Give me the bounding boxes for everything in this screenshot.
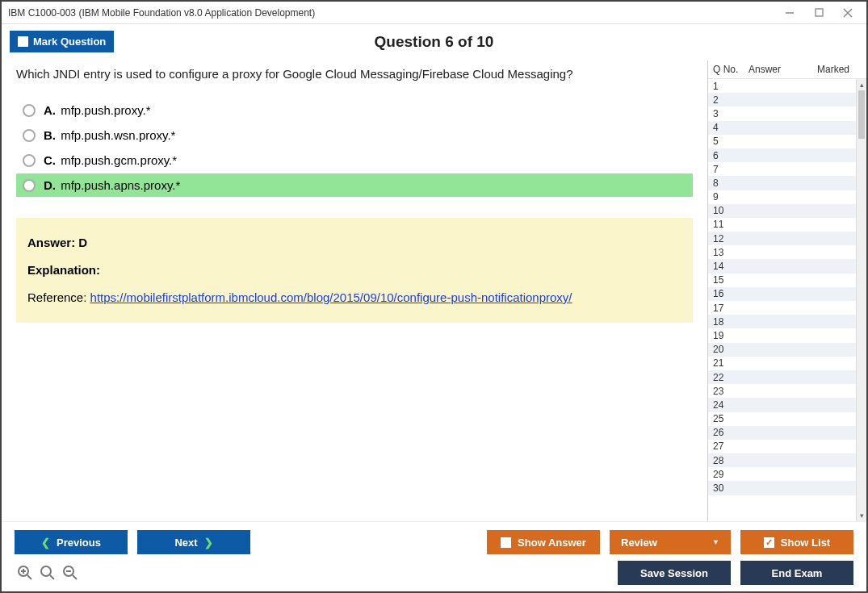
list-item[interactable]: 29 xyxy=(708,467,856,481)
option-text: D. mfp.push.apns.proxy.* xyxy=(44,178,180,192)
list-item[interactable]: 13 xyxy=(708,245,856,259)
col-qno: Q No. xyxy=(713,64,748,75)
button-row-1: ❮ Previous Next ❯ Show Answer Review ▼ ✓… xyxy=(15,530,853,554)
option-text: A. mfp.push.proxy.* xyxy=(44,103,151,117)
option-text: C. mfp.push.gcm.proxy.* xyxy=(44,153,177,167)
mark-question-label: Mark Question xyxy=(33,35,106,48)
reference-line: Reference: https://mobilefirstplatform.i… xyxy=(27,286,681,310)
titlebar: IBM C1000-003 (IBM Mobile Foundation v8.… xyxy=(2,2,866,24)
end-label: End Exam xyxy=(772,567,823,579)
show-answer-button[interactable]: Show Answer xyxy=(487,530,600,554)
question-header: Question 6 of 10 xyxy=(375,33,494,51)
option-B[interactable]: B. mfp.push.wsn.proxy.* xyxy=(16,123,693,147)
scroll-up-icon[interactable]: ▴ xyxy=(857,79,866,90)
show-list-label: Show List xyxy=(781,537,830,549)
list-item[interactable]: 28 xyxy=(708,453,856,467)
show-list-button[interactable]: ✓ Show List xyxy=(740,530,853,554)
list-item[interactable]: 7 xyxy=(708,162,856,176)
zoom-in-icon[interactable] xyxy=(16,564,34,582)
chevron-right-icon: ❯ xyxy=(204,537,213,549)
sidebar-body: 1234567891011121314151617181920212223242… xyxy=(708,79,866,521)
review-dropdown[interactable]: Review ▼ xyxy=(610,530,731,554)
question-panel: Which JNDI entry is used to configure a … xyxy=(2,61,707,521)
chevron-left-icon: ❮ xyxy=(41,537,50,549)
list-item[interactable]: 2 xyxy=(708,93,856,106)
svg-line-11 xyxy=(73,575,77,579)
list-item[interactable]: 3 xyxy=(708,106,856,120)
window-title: IBM C1000-003 (IBM Mobile Foundation v8.… xyxy=(8,7,782,19)
list-item[interactable]: 4 xyxy=(708,121,856,135)
option-A[interactable]: A. mfp.push.proxy.* xyxy=(16,98,693,122)
save-session-button[interactable]: Save Session xyxy=(618,561,731,585)
list-item[interactable]: 20 xyxy=(708,343,856,357)
maximize-icon[interactable] xyxy=(811,6,826,20)
list-item[interactable]: 18 xyxy=(708,315,856,328)
list-item[interactable]: 30 xyxy=(708,481,856,495)
col-marked: Marked xyxy=(805,64,862,75)
minimize-icon[interactable] xyxy=(782,6,797,20)
option-text: B. mfp.push.wsn.proxy.* xyxy=(44,128,175,142)
option-D[interactable]: D. mfp.push.apns.proxy.* xyxy=(16,173,693,197)
list-item[interactable]: 17 xyxy=(708,301,856,315)
zoom-reset-icon[interactable] xyxy=(39,564,57,582)
zoom-out-icon[interactable] xyxy=(61,564,79,582)
checkbox-icon xyxy=(501,537,511,548)
topbar: Mark Question Question 6 of 10 xyxy=(2,24,866,61)
list-item[interactable]: 23 xyxy=(708,384,856,398)
list-item[interactable]: 25 xyxy=(708,412,856,426)
content-area: Which JNDI entry is used to configure a … xyxy=(2,61,866,521)
previous-label: Previous xyxy=(57,537,101,549)
list-item[interactable]: 5 xyxy=(708,135,856,148)
options-list: A. mfp.push.proxy.*B. mfp.push.wsn.proxy… xyxy=(16,98,693,197)
button-row-2: Save Session End Exam xyxy=(15,561,853,585)
option-C[interactable]: C. mfp.push.gcm.proxy.* xyxy=(16,148,693,172)
list-item[interactable]: 26 xyxy=(708,426,856,440)
list-item[interactable]: 22 xyxy=(708,370,856,384)
answer-explanation-box: Answer: D Explanation: Reference: https:… xyxy=(16,218,693,323)
svg-rect-1 xyxy=(816,9,823,16)
list-item[interactable]: 16 xyxy=(708,287,856,301)
radio-icon xyxy=(23,154,36,167)
review-label: Review xyxy=(621,537,657,549)
save-label: Save Session xyxy=(640,567,708,579)
next-button[interactable]: Next ❯ xyxy=(137,530,250,554)
zoom-controls xyxy=(15,564,79,582)
col-answer: Answer xyxy=(748,64,805,75)
list-item[interactable]: 27 xyxy=(708,440,856,453)
list-item[interactable]: 9 xyxy=(708,190,856,204)
list-item[interactable]: 14 xyxy=(708,259,856,273)
reference-label: Reference: xyxy=(27,290,90,304)
chevron-down-icon: ▼ xyxy=(712,538,719,546)
end-exam-button[interactable]: End Exam xyxy=(740,561,853,585)
radio-icon xyxy=(23,179,36,192)
list-item[interactable]: 24 xyxy=(708,398,856,411)
radio-icon xyxy=(23,104,36,117)
radio-icon xyxy=(23,129,36,142)
scroll-down-icon[interactable]: ▾ xyxy=(857,510,866,521)
list-item[interactable]: 11 xyxy=(708,218,856,232)
checkbox-icon xyxy=(18,36,28,47)
list-item[interactable]: 21 xyxy=(708,357,856,370)
mark-question-button[interactable]: Mark Question xyxy=(10,31,114,52)
checked-icon: ✓ xyxy=(764,537,774,548)
list-item[interactable]: 19 xyxy=(708,328,856,342)
list-item[interactable]: 10 xyxy=(708,204,856,218)
list-item[interactable]: 15 xyxy=(708,274,856,287)
answer-line: Answer: D xyxy=(27,231,681,255)
previous-button[interactable]: ❮ Previous xyxy=(15,530,128,554)
scroll-thumb[interactable] xyxy=(858,90,865,139)
close-icon[interactable] xyxy=(841,6,855,20)
reference-link[interactable]: https://mobilefirstplatform.ibmcloud.com… xyxy=(90,290,572,304)
list-item[interactable]: 1 xyxy=(708,79,856,93)
scrollbar[interactable]: ▴ ▾ xyxy=(856,79,866,521)
svg-line-5 xyxy=(27,575,31,579)
list-item[interactable]: 6 xyxy=(708,148,856,162)
window-controls xyxy=(782,6,860,20)
question-text: Which JNDI entry is used to configure a … xyxy=(16,65,693,82)
sidebar-rows: 1234567891011121314151617181920212223242… xyxy=(708,79,856,521)
svg-point-8 xyxy=(41,566,51,576)
app-window: IBM C1000-003 (IBM Mobile Foundation v8.… xyxy=(0,0,868,593)
svg-line-9 xyxy=(50,575,54,579)
list-item[interactable]: 12 xyxy=(708,232,856,245)
list-item[interactable]: 8 xyxy=(708,176,856,190)
